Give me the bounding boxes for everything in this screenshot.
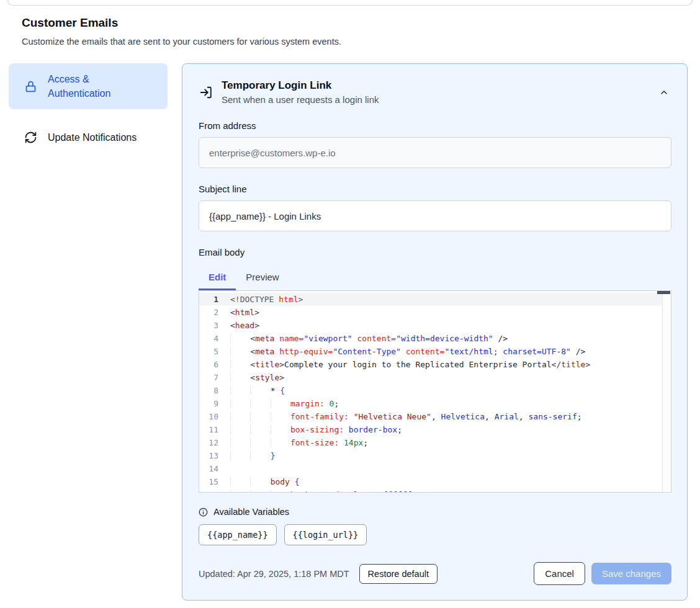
line-number: 3 bbox=[199, 319, 227, 332]
available-variables-label: Available Variables bbox=[213, 507, 289, 517]
code-text[interactable]: * { bbox=[227, 384, 285, 397]
panel-header: Temporary Login Link Sent when a user re… bbox=[199, 79, 671, 105]
from-address-input bbox=[199, 137, 671, 168]
line-number: 13 bbox=[199, 449, 227, 462]
code-line: 10 font-family: "Helvetica Neue", Helvet… bbox=[199, 410, 671, 423]
code-line: 1<!DOCTYPE html> bbox=[199, 293, 671, 306]
page-subtitle: Customize the emails that are sent to yo… bbox=[22, 37, 700, 47]
line-number: 4 bbox=[199, 332, 227, 345]
code-text[interactable]: <!DOCTYPE html> bbox=[227, 293, 303, 306]
info-icon[interactable] bbox=[199, 507, 208, 517]
sidebar-item-label: Access & Authentication bbox=[48, 72, 110, 101]
save-changes-button[interactable]: Save changes bbox=[591, 563, 671, 584]
collapse-section-button[interactable] bbox=[657, 85, 671, 100]
cancel-button[interactable]: Cancel bbox=[534, 562, 585, 585]
code-text[interactable]: } bbox=[227, 449, 275, 462]
line-number: 10 bbox=[199, 410, 227, 423]
line-number: 11 bbox=[199, 423, 227, 436]
code-line: 3<head> bbox=[199, 319, 671, 332]
refresh-icon bbox=[24, 131, 37, 145]
code-line: 5 <meta http-equiv="Content-Type" conten… bbox=[199, 345, 671, 358]
email-template-panel: Temporary Login Link Sent when a user re… bbox=[182, 63, 688, 601]
editor-scrollbar-thumb[interactable] bbox=[657, 291, 670, 294]
code-text[interactable]: font-family: "Helvetica Neue", Helvetica… bbox=[227, 410, 582, 423]
available-variables-header: Available Variables bbox=[199, 507, 671, 517]
code-line: 14 bbox=[199, 462, 671, 475]
code-line: 7 <style> bbox=[199, 371, 671, 384]
panel-footer: Updated: Apr 29, 2025, 1:18 PM MDT Resto… bbox=[199, 562, 671, 585]
subject-line-label: Subject line bbox=[199, 184, 671, 194]
code-text[interactable]: <meta name="viewport" content="width=dev… bbox=[227, 332, 508, 345]
variable-chip-login-url[interactable]: {{login_url}} bbox=[284, 524, 367, 545]
code-line: 8 * { bbox=[199, 384, 671, 397]
code-line: 9 margin: 0; bbox=[199, 397, 671, 410]
lock-icon bbox=[24, 79, 37, 93]
code-text[interactable]: box-sizing: border-box; bbox=[227, 423, 402, 436]
email-body-tabbar: Edit Preview bbox=[199, 267, 671, 290]
sidebar-item-access-authentication[interactable]: Access & Authentication bbox=[9, 63, 168, 109]
variable-chips: {{app_name}} {{login_url}} bbox=[199, 524, 671, 545]
code-editor-lines: 1<!DOCTYPE html>2<html>3<head>4 <meta na… bbox=[199, 293, 671, 493]
chevron-up-icon bbox=[659, 87, 669, 97]
tab-edit[interactable]: Edit bbox=[199, 267, 236, 290]
line-number: 1 bbox=[199, 293, 227, 306]
editor-scrollbar-track[interactable] bbox=[662, 291, 671, 492]
page-header: Customer Emails Customize the emails tha… bbox=[22, 16, 700, 47]
code-line: 12 font-size: 14px; bbox=[199, 436, 671, 449]
variable-chip-app-name[interactable]: {{app_name}} bbox=[199, 524, 277, 545]
page-title: Customer Emails bbox=[22, 16, 700, 30]
code-line: 2<html> bbox=[199, 306, 671, 319]
code-editor[interactable]: 1<!DOCTYPE html>2<html>3<head>4 <meta na… bbox=[199, 290, 671, 493]
sidebar: Access & Authentication Update Notificat… bbox=[9, 63, 168, 154]
line-number: 15 bbox=[199, 475, 227, 488]
template-title: Temporary Login Link bbox=[222, 79, 657, 92]
code-line: 6 <title>Complete your login to the Repl… bbox=[199, 358, 671, 371]
sidebar-item-update-notifications[interactable]: Update Notifications bbox=[9, 122, 168, 153]
code-line: 4 <meta name="viewport" content="width=d… bbox=[199, 332, 671, 345]
login-icon bbox=[199, 85, 213, 100]
code-text[interactable]: background-color: #ffffff; bbox=[227, 488, 416, 493]
code-text[interactable]: body { bbox=[227, 475, 300, 488]
panel-header-text: Temporary Login Link Sent when a user re… bbox=[222, 79, 657, 105]
line-number: 6 bbox=[199, 358, 227, 371]
tab-preview[interactable]: Preview bbox=[236, 267, 289, 290]
line-number: 9 bbox=[199, 397, 227, 410]
code-text[interactable]: <style> bbox=[227, 371, 284, 384]
line-number: 12 bbox=[199, 436, 227, 449]
line-number: 7 bbox=[199, 371, 227, 384]
subject-line-input[interactable] bbox=[199, 200, 671, 231]
sidebar-label-line1: Access & bbox=[48, 74, 89, 84]
line-number: 16 bbox=[199, 488, 227, 493]
line-number: 14 bbox=[199, 462, 227, 475]
code-text[interactable]: <html> bbox=[227, 306, 259, 319]
email-body-label: Email body bbox=[199, 247, 671, 257]
updated-timestamp: Updated: Apr 29, 2025, 1:18 PM MDT bbox=[199, 569, 349, 579]
code-line: 11 box-sizing: border-box; bbox=[199, 423, 671, 436]
sidebar-item-label: Update Notifications bbox=[48, 130, 137, 145]
template-subtitle: Sent when a user requests a login link bbox=[222, 94, 657, 105]
line-number: 2 bbox=[199, 306, 227, 319]
code-line: 16 background-color: #ffffff; bbox=[199, 488, 671, 493]
previous-card-bottom-edge bbox=[7, 0, 693, 6]
code-text[interactable]: font-size: 14px; bbox=[227, 436, 368, 449]
code-text[interactable]: <title>Complete your login to the Replic… bbox=[227, 358, 590, 371]
code-text[interactable]: margin: 0; bbox=[227, 397, 339, 410]
restore-default-button[interactable]: Restore default bbox=[359, 564, 437, 584]
sidebar-label-line2: Authentication bbox=[48, 88, 110, 99]
code-line: 15 body { bbox=[199, 475, 671, 488]
line-number: 8 bbox=[199, 384, 227, 397]
from-address-label: From address bbox=[199, 120, 671, 131]
code-line: 13 } bbox=[199, 449, 671, 462]
code-text[interactable] bbox=[227, 462, 230, 475]
main-layout: Access & Authentication Update Notificat… bbox=[0, 63, 700, 601]
code-text[interactable]: <head> bbox=[227, 319, 259, 332]
code-text[interactable]: <meta http-equiv="Content-Type" content=… bbox=[227, 345, 585, 358]
line-number: 5 bbox=[199, 345, 227, 358]
